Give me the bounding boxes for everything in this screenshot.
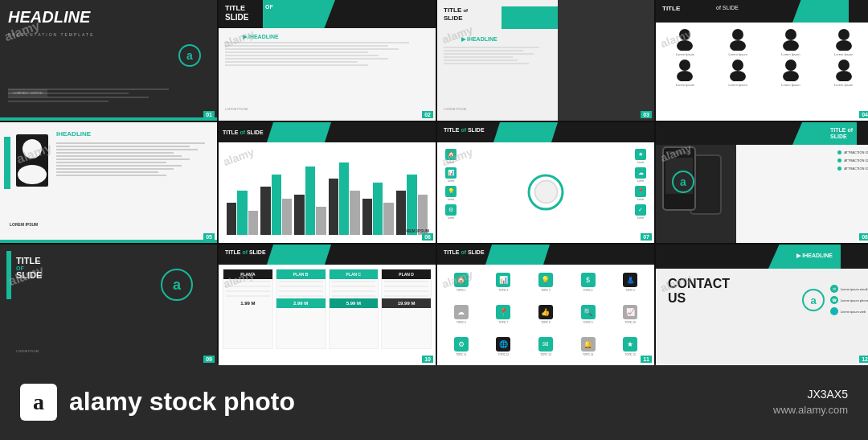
slide-9[interactable]: alamy TITLE OF SLIDE a LOREM IPSUM 09 <box>0 245 217 365</box>
slide3-num: 03 <box>641 111 652 118</box>
person-icon-2: Lorem Ipsum <box>713 28 764 56</box>
slide-12[interactable]: alamy ▶ IHEADLINE CONTACTUS a ✉ Lorem ip… <box>656 245 868 365</box>
big-icon-box-7: 📍 <box>496 305 510 319</box>
icon-2: 📊 <box>445 167 457 179</box>
person-icon-7: Lorem Ipsum <box>766 59 817 87</box>
icon-cell-6: ☁Lorem <box>635 167 646 183</box>
svg-point-9 <box>677 71 693 81</box>
bar-group-5 <box>362 183 394 235</box>
svg-point-11 <box>730 71 746 81</box>
plan-b: PLAN B 2.99 M <box>276 269 326 349</box>
bar-1c <box>248 211 258 235</box>
slide5-teal-bottom <box>0 240 217 243</box>
icon-cell-5: ★Lorem <box>635 149 646 164</box>
bar-group-6 <box>396 175 428 235</box>
big-icon-4: $TOPIC 4 <box>568 267 608 297</box>
slide-5[interactable]: alamy IHEADLINE <box>0 122 217 243</box>
svg-point-12 <box>785 60 796 71</box>
plan-c-header: PLAN C <box>330 269 379 279</box>
slide8-dot-list: ATTRACTION 01 ATTRACTION 02 ATTRACTION 0… <box>837 150 868 175</box>
contact-phone-icon: ☎ <box>830 296 838 304</box>
dot-item-3: ATTRACTION 03 <box>837 167 868 171</box>
icon-cell-8: ✓Lorem <box>635 204 646 220</box>
slide1-teal-bar <box>0 117 217 121</box>
icon-cell-2: 📊Lorem <box>445 167 457 183</box>
slide2-num: 02 <box>422 111 433 118</box>
slide7-inner-circle <box>534 180 558 204</box>
svg-point-13 <box>783 71 799 81</box>
slide8-num: 08 <box>859 233 868 241</box>
slide-10[interactable]: alamy TITLE of SLIDE PLAN A 1.99 M PLAN … <box>219 245 436 365</box>
contact-phone-text: Lorem ipsum phone <box>841 298 868 302</box>
slide8-circle-a: a <box>672 171 694 193</box>
slide8-title: TITLE ofSLIDE <box>830 127 853 139</box>
bar-3c <box>316 207 326 235</box>
big-icon-1: 🏠TOPIC 1 <box>441 267 481 297</box>
slide1-num: 01 <box>203 111 215 118</box>
bottom-right: JX3AX5 www.alamy.com <box>773 388 848 416</box>
big-icon-5: 👗TOPIC 5 <box>610 267 650 297</box>
slide-1[interactable]: alamy HEADLINE PRESENTATION TEMPLATE a C… <box>0 0 217 121</box>
slide6-num: 06 <box>422 233 433 241</box>
big-icon-9: 🔍TOPIC 9 <box>568 299 608 329</box>
plan-a-price: 1.99 M <box>223 298 272 308</box>
slide9-slide: SLIDE <box>16 271 42 280</box>
slide7-teal-accent <box>493 122 558 142</box>
slide7-left-icons: 🏠Lorem 📊Lorem 💡Lorem ⚙Lorem <box>445 149 457 220</box>
bar-group-3 <box>294 167 326 235</box>
big-icon-box-4: $ <box>581 273 596 287</box>
alamy-logo[interactable]: a <box>20 384 57 421</box>
slide-11[interactable]: alamy TITLE of SLIDE 🏠TOPIC 1 📊TOPIC 2 💡… <box>437 245 654 365</box>
slide11-icons-grid: 🏠TOPIC 1 📊TOPIC 2 💡TOPIC 3 $TOPIC 4 👗TOP… <box>441 267 650 361</box>
slide-2[interactable]: alamy TITLESLIDE OF ▶ IHEADLINE LOREM IP… <box>219 0 436 121</box>
slide10-title: TITLE of SLIDE <box>225 249 266 255</box>
slide5-person-icon <box>12 134 52 190</box>
slide2-of: OF <box>265 4 273 10</box>
slide9-teal-bar <box>6 251 11 299</box>
slide4-teal-accent <box>792 0 849 23</box>
slide9-num: 09 <box>203 356 215 363</box>
big-icon-box-5: 👗 <box>623 273 637 287</box>
slide12-num: 12 <box>859 356 868 363</box>
slide-7[interactable]: alamy TITLE of SLIDE 🏠Lorem 📊Lorem 💡Lore… <box>437 122 654 243</box>
svg-point-18 <box>18 165 47 184</box>
big-icon-box-10: 📈 <box>623 305 637 319</box>
slide3-title-block: TITLE ofSLIDE <box>444 6 468 22</box>
slide1-headline: HEADLINE <box>8 8 90 26</box>
big-icon-box-13: ✉ <box>538 337 553 352</box>
big-icon-box-2: 📊 <box>496 273 510 287</box>
bar-3b <box>305 167 315 235</box>
slide8-phone-speaker <box>667 151 691 154</box>
plan-a-header: PLAN A <box>223 269 272 279</box>
slide-3[interactable]: alamy TITLE ofSLIDE ▶ IHEADLINE LOREM IP… <box>437 0 654 121</box>
dot-1 <box>837 150 841 154</box>
slide-6[interactable]: alamy TITLE of SLIDE <box>219 122 436 243</box>
icon-4: ⚙ <box>445 204 457 216</box>
plan-d-price: 19.99 M <box>382 298 431 308</box>
slide12-contact-lines: ✉ Lorem ipsum email ☎ Lorem ipsum phone … <box>830 285 868 319</box>
svg-point-14 <box>838 60 850 71</box>
bar-4b <box>339 162 349 235</box>
icon-6: ☁ <box>635 167 646 179</box>
bottom-bar: a alamy stock photo JX3AX5 www.alamy.com <box>0 364 868 440</box>
person-icon-5: Lorem Ipsum <box>660 59 710 87</box>
slide11-num: 11 <box>641 356 652 363</box>
slide3-title-text: TITLE ofSLIDE <box>444 6 468 22</box>
contact-line-1: ✉ Lorem ipsum email <box>830 285 868 293</box>
svg-point-1 <box>677 40 693 51</box>
slide7-title-text: TITLE of SLIDE <box>444 127 485 133</box>
dot-2 <box>837 158 841 162</box>
slide9-circle-a: a <box>161 269 193 301</box>
bar-3a <box>294 195 304 235</box>
slide-8[interactable]: alamy TITLE ofSLIDE a ATTRACTION 01 ATTR… <box>656 122 868 243</box>
icon-5: ★ <box>635 149 646 160</box>
big-icon-box-11: ⚙ <box>454 337 469 352</box>
icon-cell-1: 🏠Lorem <box>445 149 457 164</box>
slide5-textblock <box>56 142 213 178</box>
slide6-title-text: TITLE of SLIDE <box>223 130 264 135</box>
slide5-lorem: LOREM IPSUM <box>10 222 38 227</box>
bar-4a <box>329 179 338 235</box>
icon-1: 🏠 <box>445 149 457 160</box>
svg-point-3 <box>730 40 746 51</box>
slide-4[interactable]: alamy TITLE of SLIDE Lorem Ipsum Lorem I… <box>656 0 868 121</box>
